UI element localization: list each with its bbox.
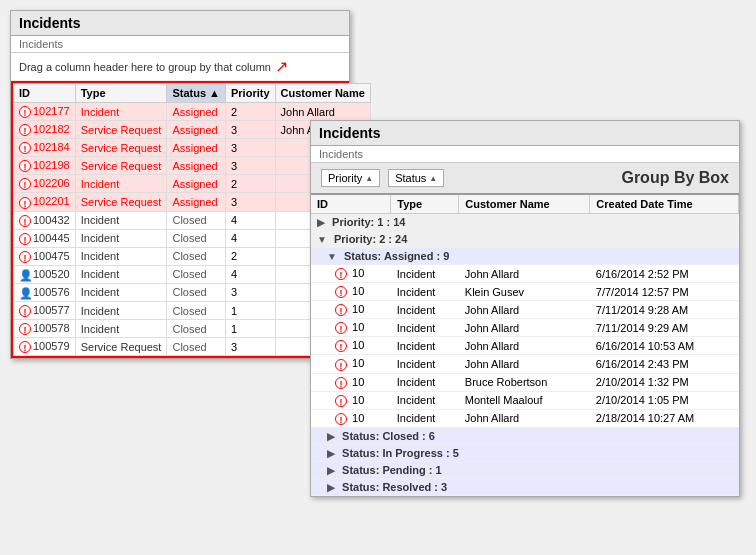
cell-priority: 4 [226,229,276,247]
right-col-customer[interactable]: Customer Name [459,195,590,214]
cell-type: Incident [75,320,167,338]
cell-status: Assigned [167,121,226,139]
cell-type: Incident [75,247,167,265]
cell-id: !102201 [14,193,76,211]
subgroup-row[interactable]: ▶ Status: Resolved : 3 [311,478,739,495]
cell-customer: John Allard [275,103,370,121]
cell-date: 7/7/2014 12:57 PM [590,283,739,301]
drag-hint-bar: Drag a column header here to group by th… [11,53,349,81]
incident-icon: ! [335,359,347,371]
cell-type: Service Request [75,338,167,356]
expand-icon[interactable]: ▶ [327,465,335,476]
subgroup-row[interactable]: ▶ Status: In Progress : 5 [311,444,739,461]
subgroup-row[interactable]: ▶ Status: Closed : 6 [311,427,739,444]
incident-icon: ! [335,304,347,316]
group-chip-priority[interactable]: Priority ▲ [321,169,380,187]
collapse-icon[interactable]: ▼ [327,251,337,262]
group-row[interactable]: ▼ Priority: 2 : 24 [311,231,739,248]
table-row[interactable]: ! 10 Incident Bruce Robertson 2/10/2014 … [311,373,739,391]
right-col-type[interactable]: Type [391,195,459,214]
expand-icon[interactable]: ▶ [317,217,325,228]
subgroup-row[interactable]: ▶ Status: Pending : 1 [311,461,739,478]
right-col-date[interactable]: Created Date Time [590,195,739,214]
cell-id: !100445 [14,229,76,247]
cell-type: Incident [391,409,459,427]
cell-date: 7/11/2014 9:29 AM [590,319,739,337]
group-chip-status[interactable]: Status ▲ [388,169,444,187]
right-col-id[interactable]: ID [311,195,391,214]
table-row[interactable]: ! 10 Incident Montell Maalouf 2/10/2014 … [311,391,739,409]
incident-icon: ! [335,268,347,280]
cell-customer: John Allard [459,265,590,283]
col-status[interactable]: Status ▲ [167,84,226,103]
cell-date: 6/16/2014 2:43 PM [590,355,739,373]
incident-icon: ! [19,160,31,172]
table-row[interactable]: ! 10 Incident John Allard 6/16/2014 2:52… [311,265,739,283]
table-row[interactable]: !102177 Incident Assigned 2 John Allard [14,103,371,121]
group-row[interactable]: ▶ Priority: 1 : 14 [311,214,739,231]
cell-customer: John Allard [459,301,590,319]
table-row[interactable]: ! 10 Incident John Allard 6/16/2014 10:5… [311,337,739,355]
cell-id: 👤100520 [14,265,76,283]
expand-icon[interactable]: ▶ [327,431,335,442]
cell-status: Closed [167,338,226,356]
cell-id: !102177 [14,103,76,121]
incident-icon: ! [335,413,347,425]
cell-status: Closed [167,302,226,320]
cell-id: ! 10 [311,301,391,319]
cell-type: Incident [391,283,459,301]
person-icon: 👤 [19,269,31,281]
cell-priority: 3 [226,121,276,139]
cell-type: Incident [391,337,459,355]
cell-customer: John Allard [459,337,590,355]
incident-icon: ! [19,233,31,245]
subgroup-label: ▶ Status: Pending : 1 [311,461,739,478]
person-icon: 👤 [19,287,31,299]
table-row[interactable]: ! 10 Incident John Allard 7/11/2014 9:28… [311,301,739,319]
cell-type: Incident [391,373,459,391]
cell-priority: 3 [226,157,276,175]
cell-date: 2/10/2014 1:32 PM [590,373,739,391]
incident-icon: ! [19,305,31,317]
subgroup-row[interactable]: ▼ Status: Assigned : 9 [311,248,739,265]
cell-priority: 3 [226,139,276,157]
cell-status: Assigned [167,103,226,121]
cell-status: Closed [167,211,226,229]
col-priority[interactable]: Priority [226,84,276,103]
cell-customer: John Allard [459,355,590,373]
cell-status: Assigned [167,139,226,157]
incident-icon: ! [19,341,31,353]
table-row[interactable]: ! 10 Incident Klein Gusev 7/7/2014 12:57… [311,283,739,301]
cell-id: ! 10 [311,373,391,391]
table-row[interactable]: ! 10 Incident John Allard 6/16/2014 2:43… [311,355,739,373]
cell-type: Incident [75,103,167,121]
right-incidents-table: ID Type Customer Name Created Date Time … [311,195,739,496]
collapse-icon[interactable]: ▼ [317,234,327,245]
subgroup-label: ▶ Status: Resolved : 3 [311,478,739,495]
expand-icon[interactable]: ▶ [327,448,335,459]
cell-type: Incident [75,265,167,283]
incident-icon: ! [19,323,31,335]
subgroup-label: ▶ Status: In Progress : 5 [311,444,739,461]
expand-icon[interactable]: ▶ [327,482,335,493]
cell-id: !102182 [14,121,76,139]
incident-icon: ! [335,322,347,334]
col-customer[interactable]: Customer Name [275,84,370,103]
col-id[interactable]: ID [14,84,76,103]
cell-priority: 3 [226,193,276,211]
right-panel-title: Incidents [311,121,739,146]
table-row[interactable]: ! 10 Incident John Allard 2/18/2014 10:2… [311,409,739,427]
table-red-outline: ID Type Status ▲ Priority Customer Name … [11,81,349,358]
cell-id: !102206 [14,175,76,193]
left-panel-title: Incidents [11,11,349,36]
drag-arrow-icon: ↗ [275,57,288,76]
cell-id: ! 10 [311,355,391,373]
incident-icon: ! [19,197,31,209]
group-by-area: Priority ▲ Status ▲ Group By Box [311,163,739,195]
table-row[interactable]: ! 10 Incident John Allard 7/11/2014 9:29… [311,319,739,337]
cell-date: 7/11/2014 9:28 AM [590,301,739,319]
subgroup-label: ▶ Status: Closed : 6 [311,427,739,444]
incident-icon: ! [19,178,31,190]
col-type[interactable]: Type [75,84,167,103]
cell-type: Service Request [75,193,167,211]
